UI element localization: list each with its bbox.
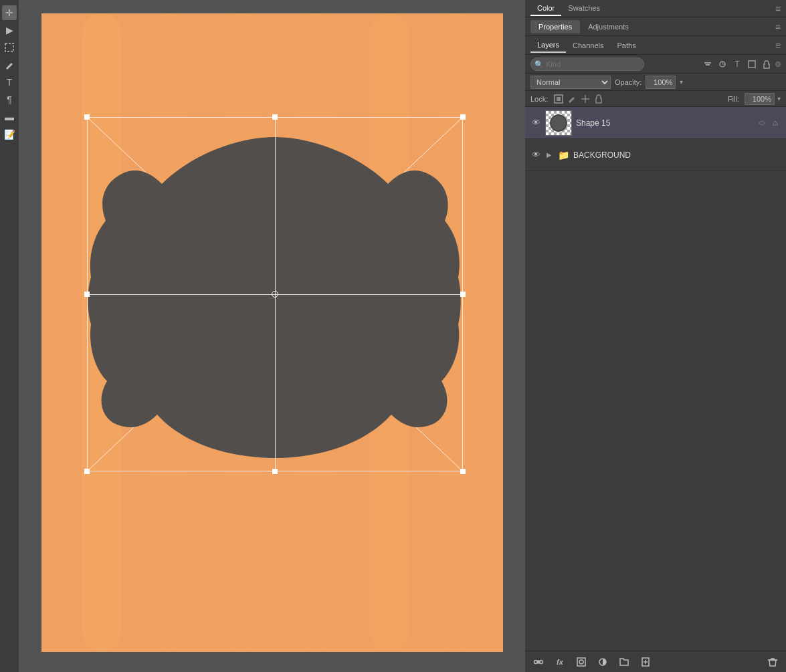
right-panel: Color Swatches ≡ Properties Adjustments … [525, 0, 786, 672]
tab-color[interactable]: Color [530, 1, 561, 16]
fill-input[interactable] [745, 93, 775, 105]
opacity-label: Opacity: [615, 78, 642, 86]
filter-icon-type[interactable] [702, 58, 714, 70]
filter-status-dot [775, 62, 781, 67]
layer-name-background: BACKGROUND [573, 150, 781, 160]
fx-button[interactable]: fx [552, 654, 568, 670]
canvas-document [41, 13, 503, 652]
layer-row-shape15[interactable]: 👁 Shape 15 [525, 107, 786, 139]
svg-point-9 [534, 660, 538, 663]
paragraph-tool[interactable]: ¶ [2, 92, 17, 107]
color-panel-menu-icon[interactable]: ≡ [775, 3, 781, 14]
layer-visibility-shape15[interactable]: 👁 [530, 118, 541, 128]
transform-handle-tl[interactable] [84, 114, 90, 120]
opacity-chevron: ▾ [680, 78, 683, 86]
svg-point-12 [579, 660, 583, 664]
tab-layers[interactable]: Layers [530, 38, 566, 53]
transform-handle-bc[interactable] [272, 469, 278, 474]
fill-label: Fill: [728, 95, 739, 103]
new-layer-button[interactable] [637, 654, 654, 670]
tab-paths[interactable]: Paths [611, 39, 643, 52]
svg-rect-11 [577, 658, 585, 666]
svg-rect-0 [5, 43, 13, 51]
text-tool[interactable]: T [2, 75, 17, 90]
layer-link-icon-shape15 [757, 118, 767, 128]
layer-row-background[interactable]: 👁 ▶ 📁 BACKGROUND [525, 139, 786, 171]
filter-icon-effect[interactable] [716, 58, 728, 70]
svg-point-10 [540, 660, 543, 663]
layer-expand-arrow-background[interactable]: ▶ [545, 151, 553, 159]
svg-rect-4 [706, 64, 710, 66]
lock-label: Lock: [530, 95, 548, 103]
transform-handle-tr[interactable] [460, 114, 466, 120]
adjustment-layer-button[interactable] [595, 654, 611, 670]
search-icon: 🔍 [534, 60, 544, 68]
lock-fill-row: Lock: Fill: ▾ [525, 91, 786, 107]
note-tool[interactable]: 📝 [2, 127, 17, 142]
props-adj-bar: Properties Adjustments ≡ [525, 17, 786, 36]
layer-thumbnail-shape15 [545, 110, 572, 136]
move-tool[interactable]: ✛ [2, 5, 17, 20]
layers-tool[interactable]: ▬ [2, 110, 17, 124]
play-button[interactable]: ▶ [2, 23, 17, 37]
selection-tool[interactable] [2, 40, 17, 55]
new-group-button[interactable] [616, 654, 632, 670]
lock-icon-brush[interactable] [567, 94, 577, 104]
lock-icon-all[interactable] [593, 94, 604, 104]
center-crosshair-dot [272, 291, 278, 298]
tab-swatches[interactable]: Swatches [561, 1, 607, 16]
svg-rect-6 [749, 61, 755, 68]
canvas-area [19, 0, 525, 672]
add-mask-button[interactable] [573, 654, 589, 670]
opacity-input[interactable] [646, 76, 676, 89]
props-panel-menu-icon[interactable]: ≡ [775, 21, 781, 32]
filter-icons-group: T [702, 58, 781, 70]
delete-layer-button[interactable] [765, 654, 781, 670]
blend-mode-select[interactable]: Normal Dissolve Multiply Screen Overlay [530, 76, 611, 89]
layer-bottom-controls: fx [525, 651, 786, 672]
tab-channels[interactable]: Channels [566, 39, 610, 52]
transform-handle-ml[interactable] [84, 292, 90, 297]
layer-visibility-background[interactable]: 👁 [530, 150, 541, 160]
filter-icon-attribute[interactable]: T [731, 58, 743, 70]
lock-icon-pixels[interactable] [553, 94, 564, 104]
lock-icon-position[interactable] [580, 94, 591, 104]
svg-rect-8 [557, 97, 561, 101]
brush-tool[interactable] [2, 58, 17, 72]
left-toolbar: ✛ ▶ T ¶ ▬ 📝 [0, 0, 19, 672]
fill-chevron: ▾ [777, 95, 781, 102]
search-wrap: 🔍 [530, 58, 699, 71]
layers-channels-paths-bar: Layers Channels Paths ≡ [525, 36, 786, 55]
transform-handle-mr[interactable] [460, 292, 466, 297]
shape-transform-container[interactable] [87, 117, 463, 471]
transform-handle-tc[interactable] [272, 114, 278, 120]
layer-fx-icon-shape15 [771, 118, 781, 128]
layer-search-input[interactable] [530, 58, 644, 71]
link-layers-button[interactable] [530, 654, 547, 670]
layers-list: 👁 Shape 15 👁 ▶ 📁 BACKGROUND [525, 107, 786, 651]
transform-handle-br[interactable] [460, 469, 466, 474]
shape15-thumb-circle [550, 114, 567, 132]
filter-icon-mode[interactable] [746, 58, 758, 70]
color-swatches-bar: Color Swatches ≡ [525, 0, 786, 17]
layer-folder-icon-background: 📁 [557, 149, 569, 161]
layer-name-shape15: Shape 15 [576, 118, 753, 128]
tab-properties[interactable]: Properties [530, 20, 580, 33]
svg-rect-3 [704, 62, 711, 64]
filter-icon-lock[interactable] [761, 58, 773, 70]
search-filter-bar: 🔍 T [525, 55, 786, 74]
layers-panel-menu-icon[interactable]: ≡ [775, 40, 781, 51]
transform-handle-bl[interactable] [84, 469, 90, 474]
tab-adjustments[interactable]: Adjustments [580, 20, 637, 33]
blend-opacity-row: Normal Dissolve Multiply Screen Overlay … [525, 74, 786, 91]
